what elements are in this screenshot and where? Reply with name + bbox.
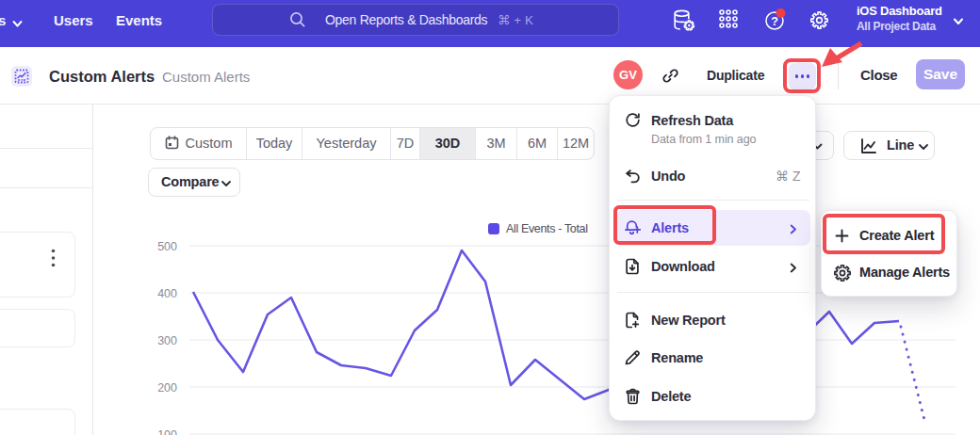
svg-text:?: ? [771,15,778,28]
svg-text:100: 100 [157,428,177,435]
svg-text:200: 200 [157,381,177,395]
svg-text:500: 500 [157,240,177,253]
svg-text:300: 300 [157,334,177,347]
svg-text:400: 400 [157,287,177,300]
